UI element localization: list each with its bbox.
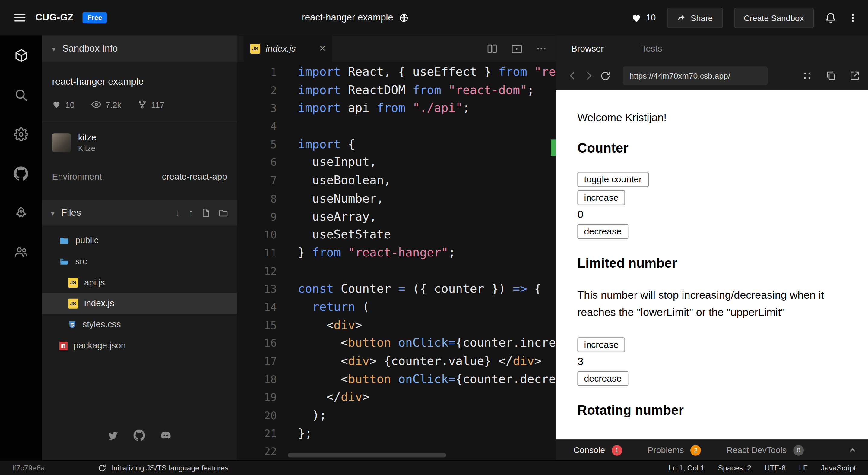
line-number: 8: [237, 190, 277, 208]
problems-badge: 2: [690, 445, 701, 455]
code-line[interactable]: 3import api from "./api";: [237, 99, 556, 117]
code-line[interactable]: 16 <button onClick={counter.increase}>: [237, 334, 556, 352]
file-row-styles-css[interactable]: styles.css: [42, 314, 237, 335]
likes-stat[interactable]: 10: [52, 100, 75, 109]
code-line[interactable]: 14 return (: [237, 298, 556, 316]
language-mode[interactable]: JavaScript: [821, 464, 856, 472]
share-icon: [677, 13, 685, 22]
sandbox-cube-icon[interactable]: [13, 48, 29, 63]
back-icon[interactable]: [567, 70, 578, 81]
code-line[interactable]: 11} from "react-hanger";: [237, 244, 556, 262]
line-number: 16: [237, 334, 277, 352]
file-row-index-js[interactable]: JS index.js: [42, 293, 237, 314]
github-icon[interactable]: [14, 166, 28, 181]
environment-value[interactable]: create-react-app: [162, 172, 227, 182]
settings-gear-icon[interactable]: [14, 127, 28, 142]
limited-decrease-button[interactable]: decrease: [577, 371, 628, 386]
github-icon[interactable]: [133, 429, 145, 442]
notifications-bell-icon[interactable]: [825, 12, 837, 24]
code-line[interactable]: 7 useBoolean,: [237, 171, 556, 190]
fork-icon: [138, 100, 147, 109]
line-number: 13: [237, 280, 277, 298]
file-row-public[interactable]: public: [42, 230, 237, 251]
file-name: package.json: [73, 341, 126, 350]
author-row[interactable]: kitze Kitze: [42, 122, 237, 153]
line-number: 12: [237, 262, 277, 280]
tab-tests[interactable]: Tests: [642, 44, 662, 54]
horizontal-scrollbar[interactable]: [288, 453, 446, 457]
line-number: 14: [237, 298, 277, 316]
react-devtools-badge: 0: [793, 445, 804, 455]
editor-more-options-icon[interactable]: [536, 43, 547, 54]
line-number: 10: [237, 226, 277, 244]
decrease-button[interactable]: decrease: [577, 224, 628, 239]
indentation-setting[interactable]: Spaces: 2: [718, 464, 751, 472]
close-tab-icon[interactable]: ×: [319, 42, 326, 55]
line-number: 22: [237, 443, 277, 460]
toggle-counter-button[interactable]: toggle counter: [577, 172, 648, 187]
upload-icon[interactable]: ↑: [188, 207, 193, 218]
new-file-icon[interactable]: [202, 209, 210, 217]
code-line[interactable]: 21};: [237, 425, 556, 443]
eol-setting[interactable]: LF: [799, 464, 808, 472]
code-line[interactable]: 2import ReactDOM from "react-dom";: [237, 81, 556, 99]
code-line[interactable]: 6 useInput,: [237, 154, 556, 171]
encoding-setting[interactable]: UTF-8: [765, 464, 786, 472]
menu-icon[interactable]: [13, 11, 27, 25]
like-button[interactable]: 10: [631, 12, 656, 23]
duplicate-window-icon[interactable]: [826, 70, 837, 81]
files-section-header[interactable]: ▾ Files ↓ ↑: [42, 200, 237, 226]
sandbox-info-header[interactable]: ▾ Sandbox Info: [42, 35, 237, 62]
discord-icon[interactable]: [159, 429, 172, 442]
tab-index-js[interactable]: JS index.js ×: [244, 35, 332, 62]
forward-icon[interactable]: [584, 70, 595, 81]
console-tab[interactable]: Console 1: [574, 445, 622, 455]
code-line[interactable]: 8 useNumber,: [237, 190, 556, 208]
open-preview-icon[interactable]: [511, 43, 523, 55]
code-line[interactable]: 18 <button onClick={counter.decrease}>: [237, 370, 556, 388]
code-line[interactable]: 9 useArray,: [237, 208, 556, 226]
file-row-src[interactable]: src: [42, 251, 237, 272]
code-line[interactable]: 13const Counter = ({ counter }) => {: [237, 280, 556, 298]
team-people-icon[interactable]: [14, 245, 28, 260]
code-lines[interactable]: 1import React, { useEffect } from "react…: [237, 62, 556, 460]
code-line[interactable]: 17 <div> {counter.value} </div>: [237, 352, 556, 370]
social-links: [42, 429, 237, 442]
more-options-icon[interactable]: [847, 12, 858, 23]
limited-increase-button[interactable]: increase: [577, 337, 625, 352]
share-button[interactable]: Share: [667, 7, 723, 28]
code-line[interactable]: 4: [237, 117, 556, 135]
refresh-icon[interactable]: [600, 71, 611, 81]
file-tree: public src JS api.js JS index.js style: [42, 226, 237, 356]
react-devtools-tab[interactable]: React DevTools 0: [726, 445, 804, 455]
tab-browser[interactable]: Browser: [571, 44, 604, 54]
download-icon[interactable]: ↓: [176, 207, 180, 218]
forks-stat[interactable]: 117: [138, 100, 164, 109]
code-line[interactable]: 15 <div>: [237, 316, 556, 334]
expand-console-chevron-icon[interactable]: [848, 446, 857, 454]
split-view-icon[interactable]: [487, 43, 498, 54]
increase-button[interactable]: increase: [577, 190, 625, 205]
url-bar[interactable]: https://44m70xm70.csb.app/: [623, 66, 768, 85]
responsive-mode-icon[interactable]: [802, 70, 813, 81]
globe-icon[interactable]: [399, 13, 409, 22]
version-hash: ff7c79e8a: [12, 464, 44, 472]
code-line[interactable]: 5import {: [237, 135, 556, 154]
new-folder-icon[interactable]: [219, 208, 228, 217]
search-icon[interactable]: [14, 88, 28, 102]
devtools-bar: Console 1 Problems 2 React DevTools 0: [556, 440, 868, 460]
twitter-icon[interactable]: [107, 429, 119, 442]
code-line[interactable]: 1import React, { useEffect } from "react…: [237, 63, 556, 81]
code-line[interactable]: 20 );: [237, 407, 556, 425]
file-row-package-json[interactable]: package.json: [42, 335, 237, 356]
code-line[interactable]: 12: [237, 262, 556, 280]
deploy-rocket-icon[interactable]: [14, 206, 28, 220]
cursor-position[interactable]: Ln 1, Col 1: [669, 464, 705, 472]
problems-tab[interactable]: Problems 2: [648, 445, 701, 455]
code-line[interactable]: 19 </div>: [237, 388, 556, 407]
code-line[interactable]: 22: [237, 443, 556, 460]
create-sandbox-button[interactable]: Create Sandbox: [734, 7, 814, 28]
file-row-api-js[interactable]: JS api.js: [42, 272, 237, 293]
open-new-window-icon[interactable]: [849, 70, 861, 81]
code-line[interactable]: 10 useSetState: [237, 226, 556, 244]
